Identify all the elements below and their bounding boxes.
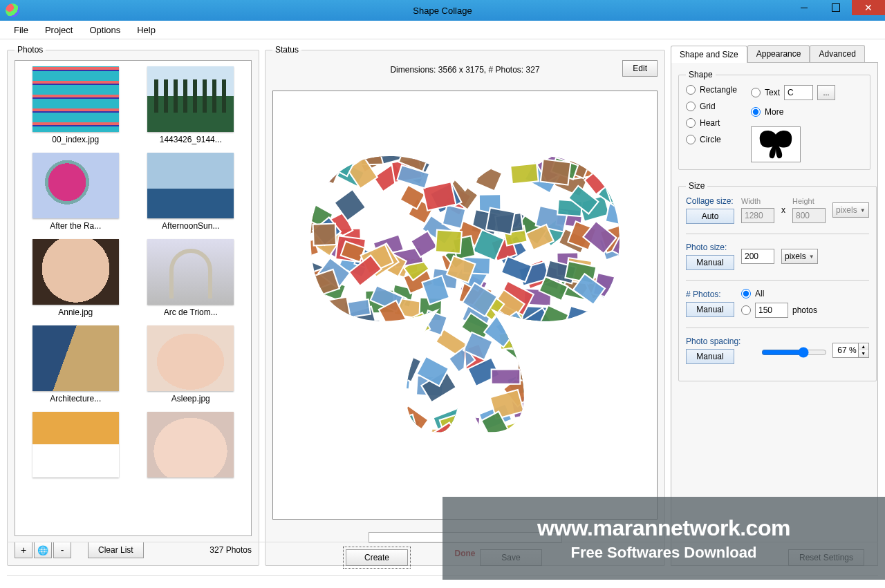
thumb-0[interactable]: 00_index.jpg	[21, 66, 131, 144]
svg-rect-159	[595, 149, 622, 175]
photos-legend: Photos	[15, 45, 46, 55]
photo-size-label: Photo size:	[686, 243, 734, 252]
svg-rect-160	[508, 326, 541, 354]
svg-rect-97	[606, 204, 632, 227]
spacing-mode[interactable]: Manual	[686, 349, 734, 364]
thumb-8[interactable]	[21, 412, 131, 480]
thumb-4[interactable]: Annie.jpg	[21, 239, 131, 317]
svg-rect-114	[342, 404, 378, 439]
tab-advanced[interactable]: Advanced	[810, 45, 864, 62]
collage-size-mode[interactable]: Auto	[686, 209, 734, 224]
svg-rect-217	[534, 370, 566, 400]
num-photos-mode[interactable]: Manual	[686, 302, 734, 317]
radio-text[interactable]	[751, 88, 761, 97]
svg-rect-120	[463, 148, 484, 169]
photo-size-input[interactable]	[741, 249, 774, 264]
collage-size-label: Collage size:	[686, 196, 734, 206]
svg-rect-127	[287, 325, 310, 348]
collage-unit-select[interactable]: pixels	[832, 202, 869, 218]
photo-size-unit-select[interactable]: pixels	[781, 249, 818, 264]
spin-up-icon[interactable]: ▲	[859, 343, 868, 350]
radio-more[interactable]: More	[751, 107, 835, 117]
thumb-image	[32, 325, 119, 391]
radio-all-photos[interactable]: All	[741, 289, 817, 298]
svg-rect-58	[475, 165, 502, 191]
svg-rect-214	[541, 160, 571, 185]
svg-rect-232	[606, 351, 637, 380]
svg-rect-108	[563, 338, 593, 363]
thumb-6[interactable]: Architecture...	[21, 325, 131, 404]
radio-circle[interactable]: Circle	[686, 135, 737, 144]
svg-rect-250	[313, 224, 335, 246]
menu-file[interactable]: File	[7, 22, 35, 38]
collage-height-input[interactable]	[792, 208, 826, 223]
svg-rect-132	[564, 306, 598, 336]
svg-rect-237	[330, 401, 362, 430]
close-button[interactable]: ✕	[852, 0, 885, 15]
svg-rect-40	[360, 328, 391, 357]
thumb-7[interactable]: Asleep.jpg	[136, 325, 246, 404]
svg-rect-247	[389, 415, 418, 442]
svg-rect-0	[604, 366, 634, 390]
radio-heart[interactable]: Heart	[686, 118, 737, 128]
dimensions-label: Dimensions: 3566 x 3175, # Photos: 327	[390, 65, 539, 75]
tab-shape-size[interactable]: Shape and Size	[671, 46, 747, 63]
photos-panel: Photos 00_index.jpg1443426_9144...After …	[7, 45, 259, 566]
thumb-1[interactable]: 1443426_9144...	[136, 66, 246, 144]
edit-button[interactable]: Edit	[622, 60, 658, 77]
photo-size-mode[interactable]: Manual	[686, 255, 734, 270]
spacing-slider[interactable]	[761, 347, 827, 358]
svg-rect-130	[308, 157, 341, 184]
width-label: Width	[741, 197, 774, 205]
svg-rect-91	[526, 370, 551, 395]
create-button[interactable]: Create	[346, 549, 408, 566]
spin-down-icon[interactable]: ▼	[859, 350, 868, 357]
svg-rect-222	[582, 328, 614, 359]
thumb-2[interactable]: After the Ra...	[21, 153, 131, 231]
thumb-label: After the Ra...	[50, 221, 101, 231]
thumb-image	[147, 325, 234, 391]
titlebar: Shape Collage ✕	[0, 0, 885, 21]
svg-rect-38	[549, 369, 577, 398]
radio-grid[interactable]: Grid	[686, 102, 737, 111]
svg-rect-148	[283, 166, 315, 196]
svg-rect-243	[523, 421, 551, 451]
thumb-3[interactable]: AfternoonSun...	[136, 153, 246, 231]
shape-text-input[interactable]	[784, 85, 813, 100]
photos-list[interactable]: 00_index.jpg1443426_9144...After the Ra.…	[15, 60, 252, 536]
shape-preview-thumb[interactable]	[751, 126, 801, 162]
collage-width-input[interactable]	[741, 208, 774, 223]
svg-rect-112	[308, 418, 339, 449]
thumb-image	[147, 239, 234, 305]
svg-rect-32	[555, 419, 582, 444]
svg-rect-209	[612, 238, 644, 264]
svg-rect-131	[442, 205, 466, 229]
svg-rect-84	[288, 188, 314, 214]
svg-rect-173	[288, 309, 319, 339]
menu-help[interactable]: Help	[130, 22, 162, 38]
window-title: Shape Collage	[413, 6, 472, 16]
tab-appearance[interactable]: Appearance	[747, 45, 810, 62]
maximize-button[interactable]	[820, 0, 852, 15]
spacing-spinner[interactable]: ▲▼	[832, 343, 869, 358]
thumb-5[interactable]: Arc de Triom...	[136, 239, 246, 317]
radio-rectangle[interactable]: Rectangle	[686, 85, 737, 95]
thumb-image	[32, 66, 119, 132]
x-separator: x	[781, 205, 785, 215]
minimize-button[interactable]	[788, 0, 820, 15]
svg-rect-71	[286, 173, 322, 207]
watermark-overlay: www.marannetwork.com Free Softwares Down…	[442, 497, 885, 580]
menu-project[interactable]: Project	[38, 22, 80, 38]
shape-text-browse[interactable]: ...	[817, 85, 835, 100]
svg-rect-142	[331, 333, 363, 359]
num-photos-input[interactable]	[755, 303, 788, 318]
svg-rect-39	[584, 365, 615, 387]
thumb-9[interactable]	[136, 412, 246, 480]
spacing-value[interactable]	[833, 343, 858, 357]
shape-legend: Shape	[686, 70, 716, 79]
svg-rect-111	[431, 429, 451, 451]
radio-n-photos[interactable]	[741, 305, 751, 315]
menu-options[interactable]: Options	[82, 22, 127, 38]
svg-rect-44	[618, 254, 641, 278]
svg-rect-251	[589, 323, 621, 353]
